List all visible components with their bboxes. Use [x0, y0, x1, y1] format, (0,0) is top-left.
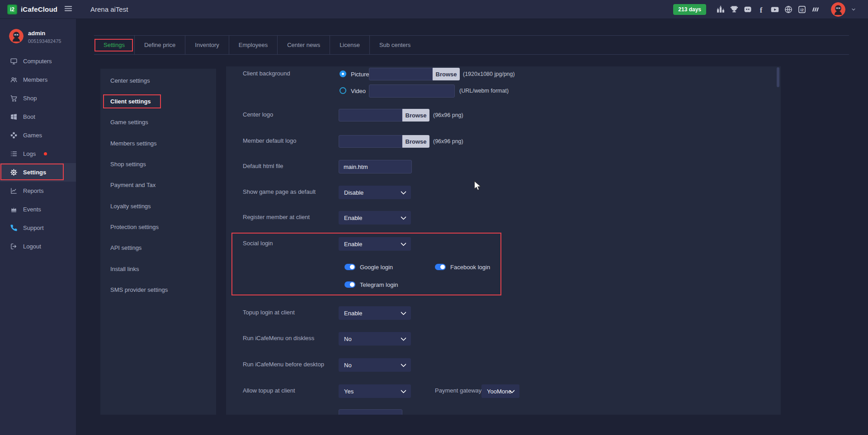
center-logo-note: (96x96 png) [433, 112, 463, 118]
run-icafemenu-diskless-label: Run iCafeMenu on diskless [243, 335, 314, 341]
tab-center-news[interactable]: Center news [278, 36, 330, 54]
subnav-members-settings[interactable]: Members settings [100, 133, 216, 154]
social-login-select[interactable]: Enable [339, 237, 411, 251]
license-days-badge[interactable]: 213 days [673, 4, 706, 15]
logs-alert-dot [44, 152, 47, 155]
windows-icon [10, 113, 18, 121]
shutter-icon[interactable] [811, 5, 820, 14]
tab-license[interactable]: License [330, 36, 370, 54]
social-login-label: Social login [243, 240, 273, 247]
video-option-label: Video [351, 88, 366, 94]
crown-icon [10, 206, 18, 213]
sidebar-item-shop[interactable]: Shop [0, 89, 76, 108]
sidebar-user[interactable]: admin 005193482475 [0, 26, 76, 51]
facebook-login-toggle[interactable] [435, 264, 446, 270]
member-default-logo-browse-button[interactable]: Browse [402, 135, 429, 148]
gamepad-icon [10, 131, 18, 139]
sidebar: admin 005193482475 Computers Members Sho… [0, 19, 76, 435]
picture-radio[interactable] [340, 70, 346, 77]
subnav-sms-provider-settings[interactable]: SMS provider settings [100, 280, 216, 300]
member-default-logo-input[interactable] [339, 135, 402, 148]
show-game-page-select[interactable]: Disable [339, 186, 411, 199]
phone-icon [10, 224, 18, 232]
center-logo-browse-button[interactable]: Browse [402, 109, 429, 122]
member-default-logo-label: Member default logo [243, 137, 297, 144]
subnav-payment-and-tax[interactable]: Payment and Tax [100, 175, 216, 196]
picture-file-input[interactable] [369, 68, 433, 80]
sidebar-item-boot[interactable]: Boot [0, 108, 76, 126]
picture-format-note: (1920x1080 jpg/png) [463, 71, 515, 77]
telegram-login-toggle[interactable] [344, 281, 355, 288]
tabs-bottom-divider [94, 54, 849, 55]
monitor-icon [10, 57, 18, 65]
tab-define-price[interactable]: Define price [135, 36, 185, 54]
member-default-logo-note: (96x96 png) [433, 138, 463, 145]
register-member-label: Register member at client [243, 214, 310, 220]
subnav-game-settings[interactable]: Game settings [100, 112, 216, 133]
payment-gateway-label: Payment gateway [435, 387, 481, 394]
video-radio[interactable] [340, 87, 346, 94]
sidebar-item-support[interactable]: Support [0, 219, 76, 237]
scrollbar-thumb[interactable] [777, 67, 779, 87]
allow-topup-label: Allow topup at client [243, 387, 295, 394]
default-html-file-input[interactable] [339, 160, 412, 173]
cropped-bottom-input[interactable] [339, 409, 402, 415]
brand[interactable]: i2 iCafeCloud [0, 5, 59, 14]
facebook-icon[interactable]: f [757, 5, 766, 14]
sidebar-user-avatar [9, 29, 24, 43]
subnav-shop-settings[interactable]: Shop settings [100, 154, 216, 175]
subnav-loyalty-settings[interactable]: Loyalty settings [100, 196, 216, 217]
run-icafemenu-before-desktop-select[interactable]: No [339, 358, 411, 372]
subnav-center-settings[interactable]: Center settings [100, 70, 216, 91]
sidebar-item-members[interactable]: Members [0, 70, 76, 89]
run-icafemenu-diskless-select[interactable]: No [339, 332, 411, 346]
sidebar-item-games[interactable]: Games [0, 126, 76, 145]
tab-inventory[interactable]: Inventory [185, 36, 229, 54]
sidebar-item-logout[interactable]: Logout [0, 237, 76, 256]
user-avatar[interactable] [831, 2, 845, 17]
list-icon [10, 150, 18, 158]
chart-icon [10, 187, 18, 195]
members-icon [10, 76, 18, 84]
user-name: admin [28, 30, 45, 37]
ranking-icon[interactable] [716, 5, 725, 14]
tab-employees[interactable]: Employees [229, 36, 278, 54]
topup-login-select[interactable]: Enable [339, 306, 411, 320]
allow-topup-select[interactable]: Yes [339, 384, 411, 398]
sidebar-item-reports[interactable]: Reports [0, 182, 76, 200]
video-url-input[interactable] [369, 84, 455, 98]
client-settings-form: Client background Picture Browse (1920x1… [226, 66, 781, 415]
discord-icon[interactable] [743, 5, 752, 14]
center-logo-input[interactable] [339, 109, 402, 122]
tabs-bar: Settings Define price Inventory Employee… [94, 36, 420, 54]
subnav-install-links[interactable]: Install links [100, 259, 216, 280]
register-member-select[interactable]: Enable [339, 211, 411, 225]
tab-settings[interactable]: Settings [94, 36, 135, 54]
sidebar-item-events[interactable]: Events [0, 200, 76, 219]
chevron-down-icon[interactable] [851, 7, 856, 12]
sidebar-item-logs[interactable]: Logs [0, 145, 76, 163]
youtube-icon[interactable] [770, 5, 779, 14]
picture-browse-button[interactable]: Browse [433, 68, 460, 80]
subnav-protection-settings[interactable]: Protection settings [100, 217, 216, 238]
subnav-client-settings[interactable]: Client settings [100, 91, 216, 112]
logo-text: iCafeCloud [21, 5, 57, 13]
topbar: i2 iCafeCloud Arena aiTest 213 days [0, 0, 868, 19]
globe-icon[interactable] [784, 5, 793, 14]
google-login-toggle[interactable] [344, 264, 355, 270]
app-root: i2 iCafeCloud Arena aiTest 213 days [0, 0, 868, 435]
topbar-right: 213 days f [673, 0, 856, 19]
payment-gateway-select[interactable]: YooMoney [481, 384, 519, 398]
facebook-login-label: Facebook login [450, 264, 490, 271]
icafecloud-mark-icon[interactable]: i2 [797, 5, 807, 14]
subnav-api-settings[interactable]: API settings [100, 238, 216, 258]
sidebar-item-settings[interactable]: Settings [0, 163, 76, 182]
sidebar-item-computers[interactable]: Computers [0, 52, 76, 70]
google-login-label: Google login [360, 264, 393, 271]
tab-sub-centers[interactable]: Sub centers [370, 36, 420, 54]
trophy-icon[interactable] [730, 5, 739, 14]
default-html-file-label: Default html file [243, 163, 283, 169]
run-icafemenu-before-desktop-label: Run iCafeMenu before desktop [243, 361, 324, 368]
client-background-label: Client background [243, 70, 290, 77]
hamburger-menu-icon[interactable] [61, 2, 75, 17]
